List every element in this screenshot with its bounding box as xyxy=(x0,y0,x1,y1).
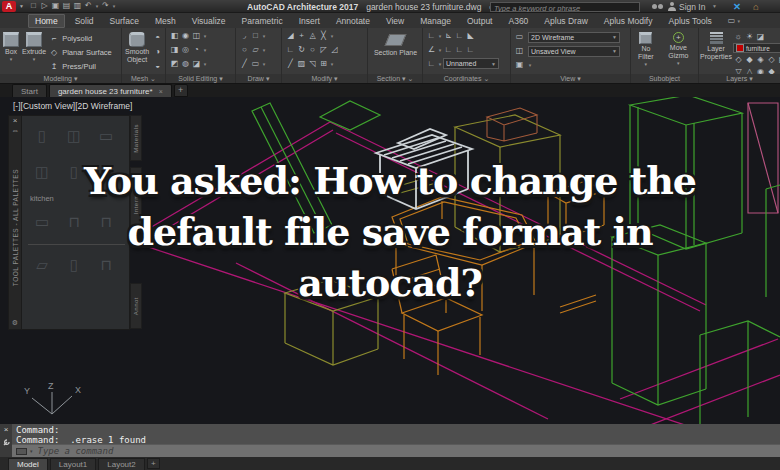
qat-icon[interactable]: ▷ xyxy=(39,0,50,12)
layer-tool-icon[interactable]: ◇ xyxy=(733,54,744,66)
panel-label-section[interactable]: Section ▾ ⌄ xyxy=(368,74,422,83)
solid-editing-icon[interactable]: ◪ xyxy=(191,58,202,70)
coordinates-icon[interactable]: ∟ xyxy=(454,30,465,42)
communication-center-icon[interactable]: ⌂ xyxy=(753,1,759,12)
modify-icon[interactable]: ╳ xyxy=(318,30,329,42)
tab-layout2[interactable]: Layout2 xyxy=(98,458,144,470)
press-pull-button[interactable]: ↥ Press/Pull xyxy=(49,60,112,73)
qat-icon[interactable]: ▣ xyxy=(50,0,61,12)
layer-state-icon[interactable]: ◪ xyxy=(755,31,766,43)
modify-icon[interactable]: ↻ xyxy=(296,44,307,56)
no-filter-button[interactable]: No Filter ▾ xyxy=(634,30,658,74)
exchange-apps-icon[interactable]: ✕ xyxy=(733,1,741,12)
draw-icon[interactable]: ▱ xyxy=(250,44,261,56)
palette-tool-icon[interactable]: ▭ xyxy=(92,120,120,156)
coordinates-icon[interactable]: ∟ xyxy=(465,44,476,56)
tab-aplus-tools[interactable]: Aplus Tools xyxy=(662,15,717,27)
qat-icon[interactable]: □ xyxy=(28,0,39,12)
command-customize-icon[interactable] xyxy=(2,437,11,446)
move-gizmo-button[interactable]: + Move Gizmo ▾ xyxy=(661,30,696,74)
coordinate-system-dropdown[interactable]: Unnamed ▼ xyxy=(443,58,499,69)
qat-icon-caret[interactable]: ▾ xyxy=(111,0,117,12)
qat-icon[interactable]: ▥ xyxy=(72,0,83,12)
solid-editing-icon[interactable]: ◔ xyxy=(191,44,202,56)
solid-editing-icon[interactable]: ◍ xyxy=(180,58,191,70)
layer-properties-button[interactable]: Layer Properties xyxy=(702,30,730,74)
tab-insert[interactable]: Insert xyxy=(293,15,326,27)
modify-icon[interactable]: ◬ xyxy=(307,30,318,42)
command-close-icon[interactable]: × xyxy=(4,426,9,434)
panel-label-draw[interactable]: Draw ▾ xyxy=(236,74,281,83)
coordinates-icon[interactable]: ◣ xyxy=(465,30,476,42)
modify-icon[interactable]: + xyxy=(296,30,307,42)
coordinates-icon[interactable]: ∟ xyxy=(454,44,465,56)
draw-icon-caret[interactable]: ▾ xyxy=(261,58,267,70)
tab-a360[interactable]: A360 xyxy=(502,15,534,27)
layer-tool-icon[interactable]: ◆ xyxy=(744,54,755,66)
app-menu-caret-icon[interactable]: ▼ xyxy=(19,3,24,9)
draw-icon-caret[interactable]: ▾ xyxy=(261,44,267,56)
mesh-icon[interactable]: ◓ xyxy=(152,32,163,44)
palette-tool-icon[interactable]: ▯ xyxy=(28,120,56,156)
tab-aplus-modify[interactable]: Aplus Modify xyxy=(598,15,659,27)
qat-icon[interactable]: ↶ xyxy=(83,0,94,12)
drawing-area[interactable]: [-][Custom View][2D Wireframe] × ⇔ TOOL … xyxy=(0,97,780,424)
layer-tool-icon[interactable]: ◈ xyxy=(755,54,766,66)
file-tab-document[interactable]: garden house 23 furniture* × xyxy=(49,84,172,97)
keyboard-icon[interactable] xyxy=(16,448,27,455)
tab-parametric[interactable]: Parametric xyxy=(236,15,289,27)
coordinates-icon[interactable]: ∠ xyxy=(426,44,437,56)
tab-visualize[interactable]: Visualize xyxy=(186,15,232,27)
draw-icon[interactable]: ○ xyxy=(239,44,250,56)
app-menu-button[interactable]: A xyxy=(2,1,16,12)
modify-icon[interactable]: ∟ xyxy=(285,44,296,56)
solid-editing-icon[interactable]: ◉ xyxy=(180,30,191,42)
panel-label-view[interactable]: View ▾ xyxy=(511,74,630,83)
tab-aplus-draw[interactable]: Aplus Draw xyxy=(538,15,593,27)
layer-tool-icon[interactable]: ◇ xyxy=(766,54,777,66)
polysolid-button[interactable]: ⌐ Polysolid xyxy=(49,32,112,45)
draw-icon[interactable]: ▭ xyxy=(250,58,261,70)
tab-surface[interactable]: Surface xyxy=(104,15,145,27)
layer-state-icon[interactable]: ☀ xyxy=(744,31,755,43)
file-tab-close-icon[interactable]: × xyxy=(159,88,163,95)
tab-layout1[interactable]: Layout1 xyxy=(50,458,96,470)
qat-icon[interactable]: ↷ xyxy=(100,0,111,12)
palette-tool-icon[interactable]: ◫ xyxy=(60,120,88,156)
solid-editing-icon[interactable]: ◩ xyxy=(169,58,180,70)
modify-icon[interactable]: ╱ xyxy=(285,58,296,70)
solid-editing-icon-caret[interactable]: ▾ xyxy=(202,44,208,56)
coordinates-icon[interactable]: ∟ xyxy=(426,58,437,70)
palette-autohide-icon[interactable]: ⇔ xyxy=(11,126,19,136)
solid-editing-icon[interactable]: ◎ xyxy=(180,44,191,56)
layer-dropdown[interactable]: furniture xyxy=(733,43,780,53)
panel-label-modeling[interactable]: Modeling ▾ xyxy=(0,74,121,83)
tab-mesh[interactable]: Mesh xyxy=(149,15,182,27)
tab-solid[interactable]: Solid xyxy=(69,15,100,27)
panel-label-coordinates[interactable]: Coordinates ⌄ xyxy=(423,74,510,83)
layer-state-icon[interactable]: ☼ xyxy=(733,31,744,43)
palette-title-bar[interactable]: TOOL PALETTES - ALL PALETTES xyxy=(12,136,19,319)
panel-label-subobject[interactable]: Subobject xyxy=(631,74,698,83)
coordinates-icon[interactable]: ⊾ xyxy=(443,30,454,42)
solid-editing-icon[interactable]: ◧ xyxy=(169,30,180,42)
box-button[interactable]: Box ▾ xyxy=(3,30,19,74)
new-drawing-tab-button[interactable]: + xyxy=(174,84,188,97)
file-tab-start[interactable]: Start xyxy=(12,84,47,97)
draw-icon[interactable]: ◞ xyxy=(239,30,250,42)
tab-annotate[interactable]: Annotate xyxy=(330,15,376,27)
solid-editing-icon-caret[interactable]: ▾ xyxy=(202,30,208,42)
tab-manage[interactable]: Manage xyxy=(414,15,457,27)
command-recent-caret-icon[interactable]: ▾ xyxy=(30,449,33,453)
modify-icon[interactable]: ◢ xyxy=(285,30,296,42)
coordinates-icon[interactable]: ∟ xyxy=(426,30,437,42)
named-view-dropdown[interactable]: Unsaved View ▼ xyxy=(528,46,620,57)
panel-label-solid-editing[interactable]: Solid Editing ▾ xyxy=(166,74,235,83)
modify-icon[interactable]: ◸ xyxy=(318,44,329,56)
viewport-config-icon[interactable]: ▣ xyxy=(514,59,525,71)
tab-output[interactable]: Output xyxy=(461,15,499,27)
planar-surface-button[interactable]: ◇ Planar Surface xyxy=(49,46,112,59)
search-input[interactable] xyxy=(491,4,639,12)
palette-properties-icon[interactable]: ⚙ xyxy=(12,319,18,329)
tab-home[interactable]: Home xyxy=(28,14,65,28)
